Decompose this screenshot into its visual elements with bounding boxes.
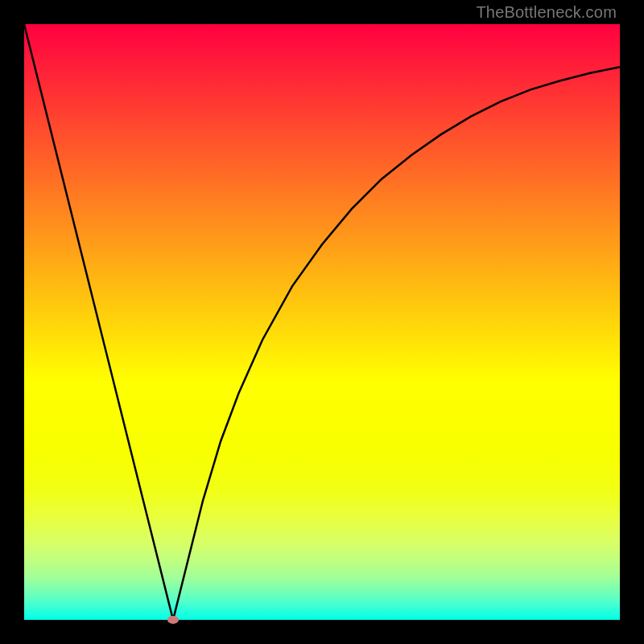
chart-frame: TheBottleneck.com [0,0,644,644]
curve-layer [24,24,620,620]
minimum-marker [167,616,179,624]
bottleneck-curve [24,24,620,620]
plot-area [24,24,620,620]
watermark-text: TheBottleneck.com [476,3,617,22]
